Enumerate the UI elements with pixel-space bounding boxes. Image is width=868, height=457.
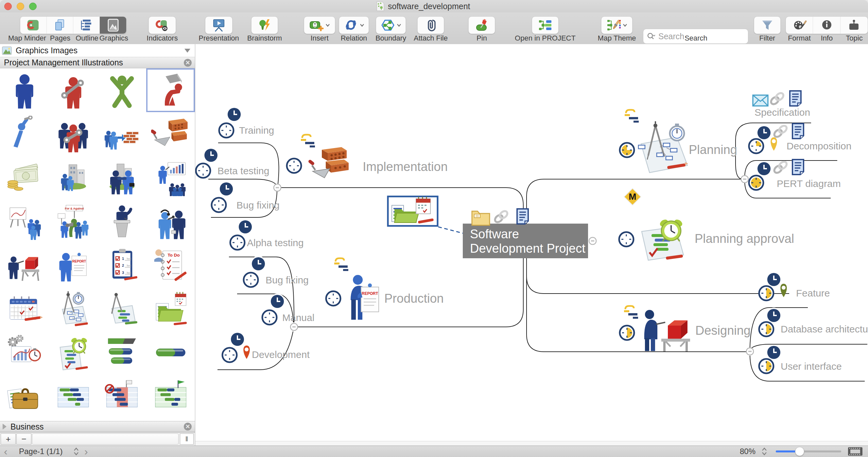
clipart-compass-stopwatch-plan[interactable] <box>49 287 97 331</box>
calendar-with-pencil-illustration <box>5 291 44 328</box>
expand-section-icon[interactable] <box>3 424 6 429</box>
subtopic-feature[interactable]: Feature <box>796 288 830 298</box>
collapse-branch-button[interactable] <box>589 237 596 244</box>
section-header-business[interactable]: Business ✕ <box>0 421 195 432</box>
view-mode-map-minder[interactable] <box>20 17 47 34</box>
map-canvas[interactable]: SoftwareDevelopment ProjectImplementatio… <box>195 44 868 446</box>
clipart-numbered-checklist-clipboard[interactable]: 1Text2Text3Text <box>97 243 146 287</box>
scrollbar-track[interactable] <box>32 433 179 445</box>
subtopic-decomposition[interactable]: Decomposition <box>786 140 851 151</box>
attach-file-button[interactable] <box>417 17 444 34</box>
pin-button[interactable] <box>468 17 495 34</box>
clipart-flipchart-presentation[interactable] <box>0 200 49 243</box>
brainstorm-button[interactable] <box>251 17 278 34</box>
clipart-person-hanging-with-wrench-blue[interactable] <box>0 112 49 156</box>
subtopic-development[interactable]: Development <box>252 349 310 360</box>
subtopic-bug-fixing[interactable]: Bug fixing <box>266 274 309 285</box>
clipart-speaker-at-podium[interactable] <box>97 200 146 243</box>
minimize-window-button[interactable] <box>17 3 24 10</box>
clipart-person-with-report[interactable]: REPORT <box>49 243 97 287</box>
clipart-briefcase-with-documents[interactable] <box>0 375 49 419</box>
clipart-handshake-near-buildings[interactable] <box>97 156 146 200</box>
clock-icon-navy <box>756 161 772 176</box>
page-stepper[interactable] <box>72 446 80 457</box>
zoom-out-clipart-button[interactable]: − <box>17 433 31 445</box>
subtopic-database-architecture[interactable]: Database architecture <box>781 324 868 334</box>
view-mode-outline[interactable] <box>73 17 100 34</box>
branch-topic-planning-approval[interactable]: Planning approval <box>695 232 794 246</box>
subtopic-beta-testing[interactable]: Beta testing <box>217 165 269 176</box>
close-section-icon[interactable]: ✕ <box>184 59 192 67</box>
selected-canvas-image[interactable] <box>388 196 438 226</box>
clipart-checklist-with-alarm-clock[interactable] <box>49 331 97 375</box>
collapse-branch-button[interactable] <box>290 323 298 330</box>
subtopic-specification[interactable]: Specification <box>754 107 810 118</box>
clipart-people-building-brick-wall[interactable] <box>97 112 146 156</box>
next-page-button[interactable]: › <box>84 446 88 457</box>
zoom-stepper[interactable] <box>761 446 768 457</box>
collapse-branch-button[interactable] <box>741 175 748 183</box>
clipart-bricks-and-trowel[interactable] <box>146 112 195 156</box>
canvas-horizontal-scrollbar[interactable] <box>195 441 868 446</box>
clipart-to-do-list-notebook[interactable]: To Do <box>146 243 195 287</box>
filter-button[interactable] <box>754 17 781 34</box>
zoom-in-clipart-button[interactable]: + <box>1 433 16 445</box>
central-topic[interactable]: SoftwareDevelopment Project <box>463 224 588 258</box>
section-header-project-management[interactable]: Project Management Illustrations ✕ <box>0 57 195 68</box>
clipart-gantt-chart-blocked[interactable] <box>97 375 146 419</box>
prev-page-button[interactable]: ‹ <box>4 446 7 457</box>
subtopic-manual[interactable]: Manual <box>282 312 314 323</box>
presentation-button[interactable] <box>205 17 232 34</box>
zoom-slider[interactable] <box>776 451 841 452</box>
collapse-branch-button[interactable] <box>274 184 281 191</box>
format-button[interactable] <box>786 17 813 34</box>
clipart-progress-pill[interactable] <box>146 331 195 375</box>
topic-button[interactable] <box>840 17 868 34</box>
branch-topic-production[interactable]: Production <box>384 292 444 305</box>
collapse-branch-button[interactable] <box>746 348 753 355</box>
clipart-gantt-chart-green-flag[interactable] <box>146 375 195 419</box>
clipart-money-bills-and-coins[interactable] <box>0 156 49 200</box>
clipart-calendar-with-pencil[interactable] <box>0 287 49 331</box>
clipart-gears-chart-stopwatch[interactable] <box>0 331 49 375</box>
indicators-button[interactable] <box>149 17 176 34</box>
clipart-celebrating-person-green[interactable] <box>97 68 146 112</box>
zoom-slider-knob[interactable] <box>795 447 804 456</box>
view-mode-pages[interactable] <box>47 17 73 34</box>
boundary-button[interactable] <box>376 17 406 34</box>
clipart-presenter-with-bar-chart[interactable] <box>146 156 195 200</box>
clipart-progress-bars[interactable] <box>97 331 146 375</box>
clipart-standing-person-blue[interactable] <box>0 68 49 112</box>
clipart-person-carrying-box-red[interactable] <box>146 68 195 112</box>
zoom-window-button[interactable] <box>29 3 37 10</box>
clipart-team-with-wrench[interactable] <box>49 112 97 156</box>
subtopic-bug-fixing[interactable]: Bug fixing <box>237 200 280 210</box>
relation-button[interactable] <box>339 17 369 34</box>
clipart-worker-with-red-box-table[interactable] <box>0 243 49 287</box>
open-in-project-button[interactable] <box>532 17 559 34</box>
close-business-section-icon[interactable]: ✕ <box>184 423 192 430</box>
subtopic-training[interactable]: Training <box>239 125 274 136</box>
close-window-button[interactable] <box>4 3 12 10</box>
branch-topic-designing[interactable]: Designing <box>695 324 751 337</box>
graphics-images-header[interactable]: Graphics Images <box>0 44 195 57</box>
clipart-gantt-chart[interactable] <box>49 375 97 419</box>
subtopic-pert-diagram[interactable]: PERT diagram <box>777 178 841 189</box>
subtopic-alpha-testing[interactable]: Alpha testing <box>247 237 304 248</box>
scrollbar-grab-handle[interactable]: ‖ <box>180 433 194 445</box>
clipart-people-near-buildings[interactable] <box>49 156 97 200</box>
clipart-worker-with-wrench-red[interactable] <box>49 68 97 112</box>
map-theme-button[interactable] <box>601 17 632 34</box>
info-button[interactable] <box>813 17 840 34</box>
slideshow-button[interactable] <box>848 446 863 457</box>
clipart-interview-with-microphone[interactable] <box>146 200 195 243</box>
subtopic-user-interface[interactable]: User interface <box>781 361 842 372</box>
insert-button[interactable] <box>304 17 335 34</box>
clipart-folder-calendar-pencil[interactable] <box>146 287 195 331</box>
branch-topic-implementation[interactable]: Implementation <box>363 160 448 173</box>
view-mode-graphics[interactable] <box>100 17 126 34</box>
branch-topic-planning[interactable]: Planning <box>689 143 737 157</box>
clipart-compass-gantt-chart[interactable] <box>97 287 146 331</box>
collapse-panel-icon[interactable] <box>184 49 190 53</box>
clipart-for-and-against-protest[interactable]: For & Against <box>49 200 97 243</box>
